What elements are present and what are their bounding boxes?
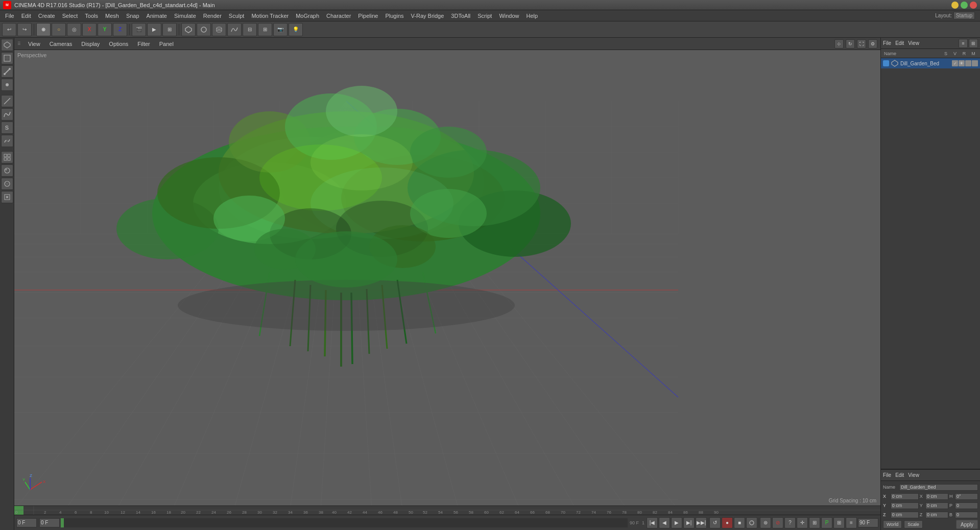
obj-icon1[interactable]: ≡ xyxy=(959,39,968,48)
flag-s[interactable]: ✓ xyxy=(952,60,958,66)
obj-edit[interactable]: Edit xyxy=(895,40,904,46)
viewport-rotate-icon[interactable]: ↻ xyxy=(846,39,855,49)
cylinder-btn[interactable] xyxy=(212,23,226,36)
x-axis-btn[interactable]: X xyxy=(82,23,97,36)
list-btn[interactable]: ≡ xyxy=(846,517,857,528)
menu-file[interactable]: File xyxy=(2,12,17,20)
timeline-track[interactable] xyxy=(61,518,628,527)
z-rot-input[interactable] xyxy=(925,512,948,518)
z-axis-btn[interactable]: Z xyxy=(113,23,127,36)
sidebar-mat-btn[interactable] xyxy=(1,164,13,177)
menu-plugins[interactable]: Plugins xyxy=(382,12,407,20)
x-rot-input[interactable] xyxy=(925,493,948,500)
menu-animate[interactable]: Animate xyxy=(144,12,170,20)
viewport-menu-filter[interactable]: Filter xyxy=(135,40,152,48)
scale-btn[interactable]: Scale xyxy=(904,520,923,528)
sidebar-sculpt-btn[interactable] xyxy=(1,135,13,147)
sidebar-grid-btn[interactable] xyxy=(1,151,13,163)
attr-edit[interactable]: Edit xyxy=(895,472,904,478)
sidebar-model-btn[interactable] xyxy=(1,39,13,51)
h-input[interactable] xyxy=(955,493,978,500)
sidebar-s-btn[interactable]: S xyxy=(1,122,13,134)
layout-dropdown[interactable]: Startup xyxy=(953,12,975,19)
menu-script[interactable]: Script xyxy=(474,12,495,20)
record-active-btn[interactable]: ⊘ xyxy=(772,517,783,528)
sidebar-edge-btn[interactable] xyxy=(1,65,13,78)
camera-btn[interactable]: 📷 xyxy=(273,23,288,36)
menu-window[interactable]: Window xyxy=(496,12,522,20)
light-btn[interactable]: 💡 xyxy=(289,23,303,36)
render-to-btn[interactable]: ⊞ xyxy=(162,23,177,36)
spline-obj-btn[interactable] xyxy=(227,23,242,36)
grid-btn[interactable]: ⊞ xyxy=(833,517,845,528)
object-mode-btn[interactable]: ○ xyxy=(52,23,66,36)
redo-btn[interactable]: ↪ xyxy=(17,23,32,36)
model-mode-btn[interactable]: ⊕ xyxy=(36,23,51,36)
sidebar-line-btn[interactable] xyxy=(1,95,13,107)
3d-viewport[interactable]: Perspective xyxy=(14,50,880,505)
menu-sculpt[interactable]: Sculpt xyxy=(226,12,248,20)
y-axis-btn[interactable]: Y xyxy=(98,23,112,36)
sidebar-extra2-btn[interactable] xyxy=(1,191,13,203)
x-pos-input[interactable] xyxy=(891,493,919,500)
close-btn[interactable] xyxy=(970,2,977,9)
menu-tools[interactable]: Tools xyxy=(82,12,101,20)
timeline-ruler[interactable]: 0 2 4 6 8 10 12 14 16 18 20 22 24 26 28 … xyxy=(14,505,880,515)
auto-key-btn[interactable] xyxy=(746,517,757,528)
flag-r[interactable] xyxy=(965,60,971,66)
maximize-btn[interactable] xyxy=(961,2,968,9)
prev-frame-btn[interactable]: ◀ xyxy=(659,517,670,528)
z-pos-input[interactable] xyxy=(891,512,919,518)
motion-clip-btn[interactable]: ⊛ xyxy=(760,517,771,528)
current-frame-input[interactable] xyxy=(39,518,60,527)
start-frame-input[interactable] xyxy=(16,518,37,527)
y-pos-input[interactable] xyxy=(891,502,919,509)
obj-view[interactable]: View xyxy=(908,40,919,46)
cloner-btn[interactable]: ⊞ xyxy=(258,23,272,36)
sidebar-spline-btn[interactable] xyxy=(1,108,13,121)
viewport-menu-view[interactable]: View xyxy=(26,40,42,48)
undo-btn[interactable]: ↩ xyxy=(2,23,16,36)
p-btn[interactable]: P xyxy=(821,517,832,528)
record-btn[interactable]: ● xyxy=(722,517,733,528)
help-anim-btn[interactable]: ? xyxy=(784,517,796,528)
obj-icon2[interactable]: ⊞ xyxy=(969,39,978,48)
attr-view[interactable]: View xyxy=(908,472,919,478)
snap-anim-btn[interactable]: ✛ xyxy=(797,517,808,528)
sidebar-point-btn[interactable] xyxy=(1,79,13,91)
object-item-dill[interactable]: Dill_Garden_Bed ✓ 👁 xyxy=(881,58,980,68)
b-input[interactable] xyxy=(955,512,978,518)
viewport-menu-display[interactable]: Display xyxy=(79,40,102,48)
next-frame-btn[interactable]: ▶| xyxy=(683,517,695,528)
flag-m[interactable] xyxy=(972,60,978,66)
menu-character[interactable]: Character xyxy=(323,12,354,20)
menu-pipeline[interactable]: Pipeline xyxy=(355,12,381,20)
window-controls[interactable] xyxy=(951,2,977,9)
render-region-btn[interactable]: 🎬 xyxy=(132,23,146,36)
key-btn[interactable]: ⊞ xyxy=(809,517,820,528)
menu-select[interactable]: Select xyxy=(59,12,81,20)
menu-edit[interactable]: Edit xyxy=(18,12,34,20)
world-btn[interactable]: World xyxy=(883,520,902,528)
viewport-maximize-icon[interactable]: ⛶ xyxy=(857,39,866,49)
attr-file[interactable]: File xyxy=(883,472,891,478)
name-input[interactable] xyxy=(899,484,978,491)
stop-btn[interactable]: ■ xyxy=(734,517,745,528)
menu-vray[interactable]: V-Ray Bridge xyxy=(408,12,447,20)
menu-help[interactable]: Help xyxy=(523,12,541,20)
cube-btn[interactable] xyxy=(181,23,196,36)
menu-create[interactable]: Create xyxy=(35,12,58,20)
viewport-settings-icon[interactable]: ⚙ xyxy=(868,39,877,49)
minimize-btn[interactable] xyxy=(951,2,959,9)
viewport-menu-options[interactable]: Options xyxy=(107,40,130,48)
last-frame-btn[interactable]: ▶▶| xyxy=(696,517,707,528)
sidebar-poly-btn[interactable] xyxy=(1,52,13,64)
render-active-btn[interactable]: ▶ xyxy=(147,23,161,36)
extrude-btn[interactable]: ⊟ xyxy=(243,23,257,36)
spline-mode-btn[interactable]: ◎ xyxy=(67,23,81,36)
viewport-move-icon[interactable]: ⊹ xyxy=(834,39,844,49)
first-frame-btn[interactable]: |◀ xyxy=(647,517,658,528)
p-input[interactable] xyxy=(955,502,978,509)
menu-mograph[interactable]: MoGraph xyxy=(293,12,322,20)
y-rot-input[interactable] xyxy=(925,502,948,509)
